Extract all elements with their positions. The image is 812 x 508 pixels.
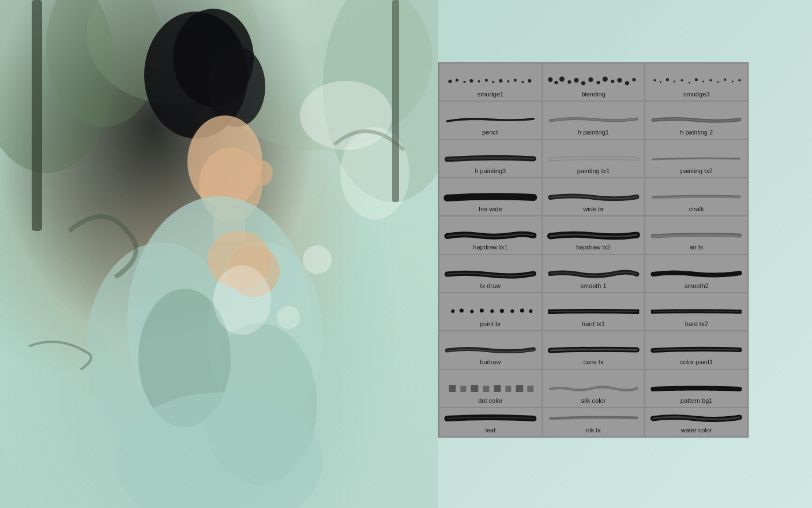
brush-preview-h-painting3 — [442, 150, 539, 166]
brush-preview-pattern-bg1 — [648, 380, 745, 396]
svg-point-55 — [674, 81, 675, 83]
brush-preview-smudge1 — [442, 73, 539, 89]
svg-point-56 — [681, 79, 683, 81]
stroke-air — [648, 228, 745, 241]
svg-point-58 — [695, 79, 698, 81]
brush-label-smudge3: smudge3 — [648, 91, 745, 98]
stroke-tx-draw — [442, 267, 539, 279]
brush-cell-hei-wide[interactable]: hei wide — [439, 178, 542, 216]
svg-point-41 — [559, 77, 564, 82]
brush-cell-leaf[interactable]: leaf — [439, 408, 542, 437]
brush-cell-dot-color[interactable]: dot color — [439, 369, 542, 408]
stroke-wide-br — [545, 190, 642, 203]
svg-rect-7 — [32, 0, 42, 231]
brush-label-chalk: chalk — [648, 206, 745, 213]
svg-point-61 — [717, 81, 719, 83]
brush-cell-silk-color[interactable]: silk color — [542, 369, 645, 408]
brush-cell-smudge1[interactable]: smudge1 — [439, 63, 542, 101]
brush-cell-blending[interactable]: blending — [542, 63, 645, 101]
brush-label-hapdraw-tx1: hapdraw tx1 — [442, 244, 539, 251]
svg-point-71 — [510, 309, 514, 313]
painting-svg — [0, 0, 438, 508]
brush-cell-wide-br[interactable]: wide br — [542, 178, 645, 216]
brush-cell-h-painting3[interactable]: h painting3 — [439, 140, 542, 178]
stroke-painting-tx2 — [648, 152, 745, 165]
brush-preview-pencil — [442, 111, 539, 128]
stroke-dots3 — [648, 75, 745, 88]
brush-label-painting-tx1: painting tx1 — [545, 167, 642, 175]
stroke-painting-tx1 — [545, 152, 642, 165]
brush-cell-smudge3[interactable]: smudge3 — [645, 63, 748, 101]
brush-cell-painting-tx1[interactable]: painting tx1 — [542, 140, 645, 178]
stroke-hei-wide — [442, 190, 539, 203]
brush-preview-wide-br — [545, 188, 642, 204]
brush-preview-h-painting2 — [648, 111, 745, 128]
svg-point-42 — [567, 80, 571, 84]
brush-cell-pencil[interactable]: pencil — [439, 101, 542, 139]
stroke-pattern — [648, 382, 745, 394]
stroke-budraw — [442, 343, 539, 356]
brush-label-blending: blending — [545, 91, 642, 98]
brush-preview-dot-color — [442, 380, 539, 396]
brush-cell-canv-tx[interactable]: canv tx — [542, 331, 645, 369]
brush-cell-chalk[interactable]: chalk — [645, 178, 748, 216]
brush-cell-color-paint1[interactable]: color paint1 — [645, 331, 748, 369]
brush-cell-point-br[interactable]: point br — [439, 293, 542, 331]
svg-point-46 — [596, 81, 600, 84]
svg-rect-8 — [392, 0, 399, 202]
svg-point-32 — [485, 79, 488, 82]
brush-cell-h-painting1[interactable]: h painting1 — [542, 101, 645, 139]
brush-preview-water-color — [648, 409, 745, 425]
brush-cell-water-color[interactable]: water color — [645, 408, 748, 437]
brush-preview-canv-tx — [545, 341, 642, 357]
brush-preview-painting-tx2 — [648, 150, 745, 166]
brush-cell-budraw[interactable]: budraw — [439, 331, 542, 369]
stroke-hapdraw1 — [442, 228, 539, 241]
brush-label-canv-tx: canv tx — [545, 358, 642, 366]
brush-preview-smooth1 — [545, 265, 642, 281]
svg-point-48 — [611, 80, 614, 83]
brush-label-color-paint1: color paint1 — [648, 358, 745, 366]
brush-cell-air-tx[interactable]: air tx — [645, 216, 748, 254]
svg-point-68 — [480, 309, 484, 313]
svg-point-11 — [208, 46, 265, 127]
brush-cell-hard-tx2[interactable]: hard tx2 — [645, 293, 748, 331]
stroke-color-paint1 — [648, 343, 745, 356]
svg-point-25 — [303, 245, 332, 274]
brush-cell-hard-tx1[interactable]: hard tx1 — [542, 293, 645, 331]
brush-cell-smooth2[interactable]: smooth2 — [645, 255, 748, 293]
svg-point-47 — [602, 77, 607, 82]
brush-label-air-tx: air tx — [648, 244, 745, 251]
svg-point-67 — [470, 310, 473, 313]
brush-panel: smudge1 blending — [438, 62, 749, 438]
stroke-hapdraw2 — [545, 228, 642, 241]
svg-point-35 — [507, 80, 509, 83]
brush-cell-painting-tx2[interactable]: painting tx2 — [645, 140, 748, 178]
brush-cell-pattern-bg1[interactable]: pattern bg1 — [645, 369, 748, 408]
brush-cell-h-painting2[interactable]: h painting 2 — [645, 101, 748, 139]
svg-point-60 — [710, 79, 712, 81]
brush-cell-hapdraw-tx1[interactable]: hapdraw tx1 — [439, 216, 542, 254]
brush-label-dot-color: dot color — [442, 397, 539, 405]
brush-label-silk-color: silk color — [545, 397, 642, 405]
brush-label-water-color: water color — [648, 427, 745, 434]
brush-label-smooth1: smooth 1 — [545, 282, 642, 290]
brush-preview-budraw — [442, 341, 539, 357]
brush-preview-hard-tx2 — [648, 303, 745, 319]
brush-preview-point-br — [442, 303, 539, 319]
svg-point-53 — [660, 81, 661, 83]
svg-point-44 — [581, 81, 585, 85]
svg-point-63 — [732, 81, 734, 83]
brush-cell-ink-tx[interactable]: ink tx — [542, 408, 645, 437]
brush-preview-smooth2 — [648, 265, 745, 281]
stroke-silk — [545, 382, 642, 394]
brush-cell-hapdraw-tx2[interactable]: hapdraw tx2 — [542, 216, 645, 254]
brush-cell-smooth1[interactable]: smooth 1 — [542, 255, 645, 293]
svg-rect-76 — [471, 385, 478, 392]
brush-preview-painting-tx1 — [545, 150, 642, 166]
brush-preview-h-painting1 — [545, 111, 642, 128]
brush-cell-tx-draw[interactable]: tx draw — [439, 255, 542, 293]
stroke-pencil — [442, 113, 539, 126]
brush-preview-leaf — [442, 409, 539, 425]
svg-point-30 — [469, 79, 473, 83]
